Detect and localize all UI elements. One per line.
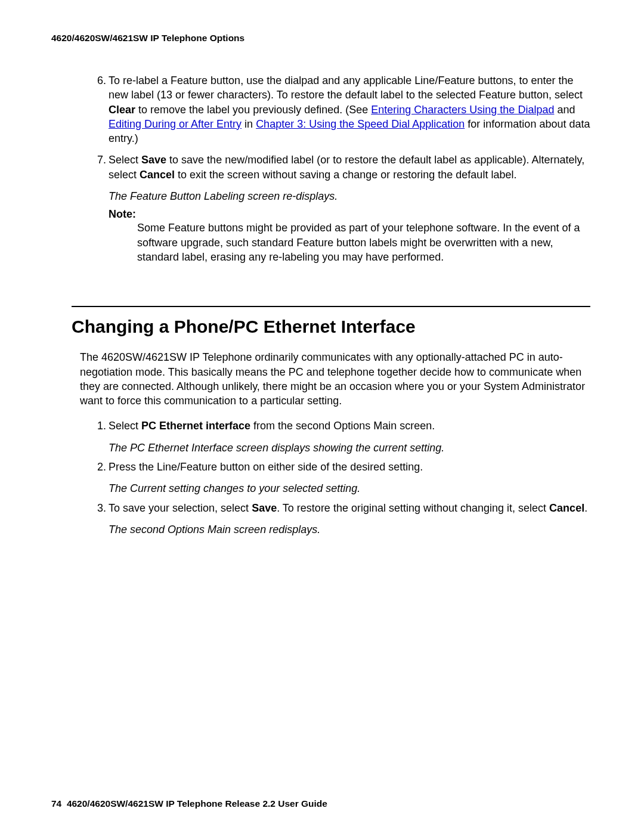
note-label: Note: (109, 208, 590, 221)
step-text: Select Save to save the new/modified lab… (109, 153, 590, 182)
cross-reference-link[interactable]: Editing During or After Entry (109, 118, 242, 130)
page-number: 74 (51, 798, 61, 809)
step-text: Press the Line/Feature button on either … (109, 460, 590, 474)
list-item: 6. To re-label a Feature button, use the… (93, 73, 590, 145)
list-item: 2. Press the Line/Feature button on eith… (93, 460, 590, 474)
bold-text: Save (141, 154, 166, 166)
step-number: 2. (93, 460, 106, 474)
step-number: 1. (93, 419, 106, 433)
step-number: 7. (93, 153, 106, 167)
result-text: The PC Ethernet Interface screen display… (109, 441, 590, 455)
step-number: 3. (93, 501, 106, 515)
step-list-section: 1. Select PC Ethernet interface from the… (51, 419, 590, 537)
footer-doc-title: 4620/4620SW/4621SW IP Telephone Release … (67, 798, 327, 809)
list-item: 7. Select Save to save the new/modified … (93, 153, 590, 182)
note-block: Note: Some Feature buttons might be prov… (109, 208, 590, 264)
section-intro: The 4620SW/4621SW IP Telephone ordinaril… (80, 350, 590, 408)
result-text: The second Options Main screen redisplay… (109, 522, 590, 537)
result-text: The Current setting changes to your sele… (109, 481, 590, 496)
running-header: 4620/4620SW/4621SW IP Telephone Options (51, 33, 590, 44)
page-footer: 74 4620/4620SW/4621SW IP Telephone Relea… (51, 798, 327, 809)
step-list-top: 6. To re-label a Feature button, use the… (51, 73, 590, 182)
cross-reference-link[interactable]: Entering Characters Using the Dialpad (371, 104, 554, 116)
cross-reference-link[interactable]: Chapter 3: Using the Speed Dial Applicat… (256, 118, 465, 130)
document-page: 4620/4620SW/4621SW IP Telephone Options … (0, 0, 644, 833)
bold-text: Clear (109, 104, 135, 116)
list-item: 3. To save your selection, select Save. … (93, 501, 590, 515)
step-text: To re-label a Feature button, use the di… (109, 73, 590, 145)
bold-text: PC Ethernet interface (141, 420, 250, 432)
list-item: 1. Select PC Ethernet interface from the… (93, 419, 590, 433)
bold-text: Save (252, 502, 277, 514)
step-text: Select PC Ethernet interface from the se… (109, 419, 590, 433)
bold-text: Cancel (549, 502, 584, 514)
section-divider (72, 306, 590, 307)
result-text: The Feature Button Labeling screen re-di… (109, 189, 590, 203)
note-text: Some Feature buttons might be provided a… (137, 221, 590, 264)
section-heading: Changing a Phone/PC Ethernet Interface (72, 317, 590, 337)
step-text: To save your selection, select Save. To … (109, 501, 590, 515)
step-number: 6. (93, 73, 106, 88)
bold-text: Cancel (140, 169, 175, 181)
